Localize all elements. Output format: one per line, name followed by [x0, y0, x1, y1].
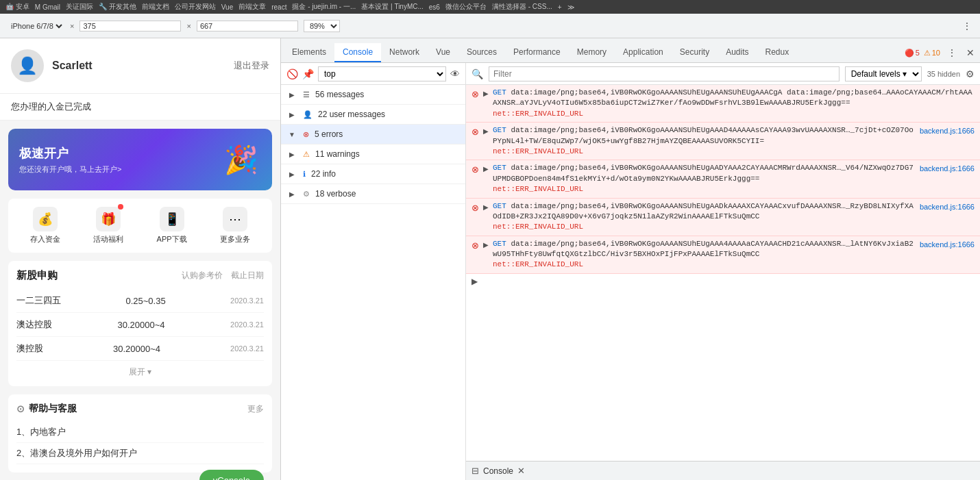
- width-input[interactable]: [79, 21, 181, 31]
- browser-tab[interactable]: 关证国际: [66, 2, 93, 12]
- app-icon: 📱: [160, 207, 184, 231]
- log-source[interactable]: backend.js:1666: [920, 164, 975, 174]
- tab-performance[interactable]: Performance: [505, 43, 569, 62]
- stock-link-reference[interactable]: 认购参考价: [182, 270, 223, 281]
- qa-item-app[interactable]: 📱 APP下载: [157, 207, 187, 244]
- browser-tab[interactable]: 前端文档: [142, 2, 169, 12]
- devtools-menu-icon[interactable]: ⋮: [944, 46, 959, 60]
- filter-input[interactable]: [489, 66, 840, 81]
- message-group-all[interactable]: ▶ ☰ 56 messages: [281, 85, 465, 105]
- tab-network[interactable]: Network: [381, 43, 428, 62]
- http-method: GET: [493, 126, 511, 134]
- expand-button[interactable]: 展开 ▾: [16, 361, 264, 378]
- more-options-icon[interactable]: ⋮: [962, 21, 972, 31]
- browser-tab[interactable]: M Gmail: [35, 3, 60, 11]
- help-more-link[interactable]: 更多: [247, 403, 264, 415]
- log-entry: ⊗ ▶ GET data:image/png;base64,iVB0RwOKGg…: [466, 85, 980, 123]
- stock-link-deadline[interactable]: 截止日期: [231, 270, 264, 281]
- browser-tab[interactable]: 微信公众平台: [445, 2, 487, 12]
- browser-tab[interactable]: es6: [429, 3, 440, 11]
- browser-tab[interactable]: 公司开发网站: [175, 2, 216, 12]
- hidden-count: 35 hidden: [927, 70, 960, 78]
- zoom-selector[interactable]: 89%: [304, 20, 340, 32]
- devtools-tabs: Elements Console Network Vue Sources Per…: [281, 38, 980, 63]
- log-source[interactable]: backend.js:1666: [920, 126, 975, 136]
- eye-icon[interactable]: 👁: [450, 68, 460, 79]
- tab-console[interactable]: Console: [334, 43, 381, 62]
- browser-tab[interactable]: Vue: [221, 3, 233, 11]
- help-item-2[interactable]: 2、港澳台及境外用户如何开户: [16, 443, 264, 464]
- height-input[interactable]: [197, 21, 298, 31]
- browser-tab[interactable]: 🔧 开发其他: [99, 2, 136, 12]
- toolbar-actions: ⋮: [962, 21, 972, 31]
- message-group-verbose[interactable]: ▶ ⚙ 18 verbose: [281, 184, 465, 204]
- log-entry: ⊗ ▶ GET data:image/png;base64,iVB0RwOKGg…: [466, 160, 980, 198]
- browser-tab[interactable]: 前端文章: [238, 2, 266, 12]
- stock-date-2: 2020.3.21: [230, 320, 264, 329]
- tab-application[interactable]: Application: [615, 43, 672, 62]
- error-url: net::ERR_INVALID_URL: [493, 260, 583, 268]
- tab-memory[interactable]: Memory: [569, 43, 615, 62]
- expand-icon[interactable]: ▶: [483, 240, 489, 250]
- help-item-1[interactable]: 1、内地客户: [16, 422, 264, 443]
- tab-sources[interactable]: Sources: [458, 43, 505, 62]
- warn-count-text: 10: [932, 49, 940, 57]
- url-text: data:image/png;base64,iVB0RwOKGgoAAAANSU…: [493, 126, 914, 144]
- log-source[interactable]: backend.js:1666: [920, 240, 975, 250]
- clear-console-icon[interactable]: 🚫: [286, 68, 298, 79]
- message-group-user[interactable]: ▶ 👤 22 user messages: [281, 105, 465, 125]
- qa-item-deposit[interactable]: 💰 存入资金: [30, 207, 60, 244]
- new-tab-button[interactable]: +: [558, 3, 562, 11]
- browser-tab[interactable]: react: [271, 3, 286, 11]
- browser-bar: 🤖 安卓 M Gmail 关证国际 🔧 开发其他 前端文档 公司开发网站 Vue…: [0, 0, 980, 14]
- qa-item-benefits[interactable]: 🎁 活动福利: [93, 207, 123, 244]
- tab-audits[interactable]: Audits: [718, 43, 757, 62]
- error-url: net::ERR_INVALID_URL: [493, 110, 583, 118]
- tab-bar-icons: 🔴 5 ⚠ 10 ⋮ ✕: [905, 46, 977, 62]
- expand-icon[interactable]: ▶: [483, 164, 489, 174]
- user-icon: 👤: [303, 110, 313, 119]
- log-source[interactable]: backend.js:1666: [920, 202, 975, 212]
- expand-icon[interactable]: ▶: [483, 89, 489, 99]
- browser-tab[interactable]: 满性选择器 - CSS...: [492, 2, 552, 12]
- log-level-selector[interactable]: Default levels ▾: [845, 66, 922, 81]
- devtools-close-icon[interactable]: ✕: [964, 46, 977, 60]
- tab-security[interactable]: Security: [672, 43, 718, 62]
- expand-icon[interactable]: ▶: [483, 203, 489, 212]
- dock-icon[interactable]: ⊟: [471, 466, 479, 476]
- stock-date-1: 2020.3.21: [230, 296, 264, 305]
- expand-icon[interactable]: ▶: [483, 127, 489, 136]
- logout-button[interactable]: 退出登录: [234, 60, 269, 72]
- tab-redux[interactable]: Redux: [757, 43, 798, 62]
- tab-overflow[interactable]: ≫: [567, 3, 574, 11]
- banner-decoration: 🎉: [224, 144, 258, 176]
- message-group-warnings[interactable]: ▶ ⚠ 11 warnings: [281, 144, 465, 164]
- open-account-banner[interactable]: 极速开户 您还没有开户哦，马上去开户> 🎉: [8, 129, 272, 190]
- browser-tab[interactable]: 🤖 安卓: [5, 2, 29, 12]
- help-icon: ⊙: [16, 403, 25, 414]
- browser-tab[interactable]: 掘金 - juejin.im - 一...: [292, 2, 356, 12]
- tab-elements[interactable]: Elements: [284, 43, 334, 62]
- vconsole-button[interactable]: vConsole: [199, 470, 264, 480]
- close-bottom-icon[interactable]: ✕: [517, 466, 525, 476]
- verbose-group-icon: ⚙: [303, 190, 310, 199]
- device-selector[interactable]: iPhone 6/7/8: [8, 21, 64, 31]
- pin-icon[interactable]: 📌: [302, 68, 314, 79]
- context-selector[interactable]: top: [318, 66, 446, 81]
- console-toolbar: 🚫 📌 top 👁: [281, 63, 465, 85]
- stock-section-title: 新股申购: [16, 269, 58, 282]
- tab-vue[interactable]: Vue: [428, 43, 458, 62]
- message-group-errors[interactable]: ▼ ⊗ 5 errors: [281, 125, 465, 144]
- log-text: GET data:image/png;base64,iVB0RwOKGgoAAA…: [493, 88, 975, 119]
- app-label: APP下载: [157, 234, 187, 244]
- qa-item-more[interactable]: ⋯ 更多业务: [220, 207, 250, 244]
- browser-tab[interactable]: 基本设置 | TinyMC...: [361, 2, 424, 12]
- message-group-info[interactable]: ▶ ℹ 22 info: [281, 164, 465, 184]
- expand-arrow-icon: ▶: [286, 89, 297, 100]
- stock-price-1: 0.25~0.35: [125, 296, 165, 306]
- stock-row: 一二三四五 0.25~0.35 2020.3.21: [16, 289, 264, 313]
- settings-icon[interactable]: ⚙: [966, 68, 975, 79]
- warn-icon: ⚠: [924, 49, 931, 58]
- http-method: GET: [493, 88, 511, 97]
- console-sidebar: 🚫 📌 top 👁 ▶ ☰ 56 messages ▶: [281, 63, 466, 480]
